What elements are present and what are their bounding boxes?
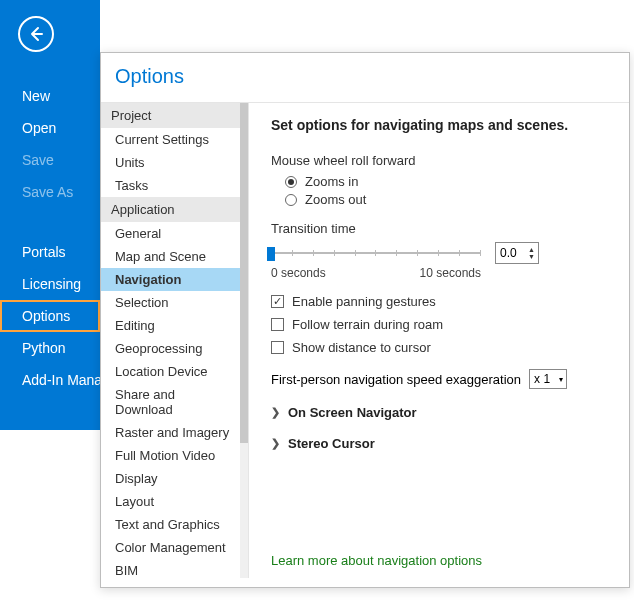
checkbox-follow-terrain[interactable]: Follow terrain during roam [271,317,615,332]
radio-icon [285,176,297,188]
expander-on-screen-navigator[interactable]: ❯ On Screen Navigator [271,405,615,420]
tree-item-units[interactable]: Units [101,151,240,174]
tree-item-map-and-scene[interactable]: Map and Scene [101,245,240,268]
tree-item-selection[interactable]: Selection [101,291,240,314]
transition-value: 0.0 [496,246,528,260]
checkbox-distance-label: Show distance to cursor [292,340,431,355]
tree-item-geoprocessing[interactable]: Geoprocessing [101,337,240,360]
slider-min-label: 0 seconds [271,266,326,280]
checkbox-icon [271,341,284,354]
tree-item-navigation[interactable]: Navigation [101,268,240,291]
speed-value: x 1 [534,372,550,386]
tree-item-editing[interactable]: Editing [101,314,240,337]
tree-item-display[interactable]: Display [101,467,240,490]
transition-spinbox[interactable]: 0.0 ▲▼ [495,242,539,264]
tree-scrollbar[interactable] [240,103,248,578]
backstage-item-python[interactable]: Python [0,332,100,364]
backstage-sidebar: NewOpenSaveSave As PortalsLicensingOptio… [0,0,100,430]
backstage-item-save-as[interactable]: Save As [0,176,100,208]
tree-header-application: Application [101,197,240,222]
tree-item-current-settings[interactable]: Current Settings [101,128,240,151]
backstage-item-options[interactable]: Options [0,300,100,332]
radio-icon [285,194,297,206]
tree-item-full-motion-video[interactable]: Full Motion Video [101,444,240,467]
radio-zooms-in[interactable]: Zooms in [285,174,615,189]
options-content: Set options for navigating maps and scen… [249,103,629,578]
backstage-item-save[interactable]: Save [0,144,100,176]
back-button[interactable] [18,16,54,52]
tree-item-general[interactable]: General [101,222,240,245]
speed-label: First-person navigation speed exaggerati… [271,372,521,387]
chevron-right-icon: ❯ [271,406,280,419]
tree-item-location-device[interactable]: Location Device [101,360,240,383]
radio-zooms-out-label: Zooms out [305,192,366,207]
checkbox-panning-label: Enable panning gestures [292,294,436,309]
tree-item-tasks[interactable]: Tasks [101,174,240,197]
options-tree: ProjectCurrent SettingsUnitsTasksApplica… [101,103,249,578]
learn-more-link[interactable]: Learn more about navigation options [271,553,482,568]
tree-item-share-and-download[interactable]: Share and Download [101,383,240,421]
tree-item-layout[interactable]: Layout [101,490,240,513]
backstage-item-portals[interactable]: Portals [0,236,100,268]
tree-header-project: Project [101,103,240,128]
tree-item-raster-and-imagery[interactable]: Raster and Imagery [101,421,240,444]
spin-buttons[interactable]: ▲▼ [528,246,538,260]
content-heading: Set options for navigating maps and scen… [271,117,615,133]
tree-scroll-thumb[interactable] [240,103,248,443]
radio-zooms-out[interactable]: Zooms out [285,192,615,207]
transition-label: Transition time [271,221,615,236]
speed-combo[interactable]: x 1 ▾ [529,369,567,389]
backstage-item-new[interactable]: New [0,80,100,112]
options-dialog: Options ProjectCurrent SettingsUnitsTask… [100,52,630,588]
mouse-wheel-label: Mouse wheel roll forward [271,153,615,168]
chevron-right-icon: ❯ [271,437,280,450]
tree-item-text-and-graphics[interactable]: Text and Graphics [101,513,240,536]
slider-thumb[interactable] [267,247,275,261]
checkbox-panning[interactable]: ✓ Enable panning gestures [271,294,615,309]
slider-max-label: 10 seconds [420,266,481,280]
checkbox-follow-label: Follow terrain during roam [292,317,443,332]
checkbox-icon [271,318,284,331]
backstage-item-add-in-manager[interactable]: Add-In Manager [0,364,100,396]
radio-zooms-in-label: Zooms in [305,174,358,189]
expander-on-screen-label: On Screen Navigator [288,405,417,420]
checkbox-show-distance[interactable]: Show distance to cursor [271,340,615,355]
backstage-item-licensing[interactable]: Licensing [0,268,100,300]
arrow-left-icon [27,25,45,43]
dialog-title: Options [101,53,629,102]
chevron-down-icon: ▾ [559,375,563,384]
expander-stereo-cursor[interactable]: ❯ Stereo Cursor [271,436,615,451]
tree-item-bim[interactable]: BIM [101,559,240,578]
transition-slider[interactable] [271,244,481,262]
checkbox-icon: ✓ [271,295,284,308]
tree-item-color-management[interactable]: Color Management [101,536,240,559]
expander-stereo-label: Stereo Cursor [288,436,375,451]
backstage-item-open[interactable]: Open [0,112,100,144]
